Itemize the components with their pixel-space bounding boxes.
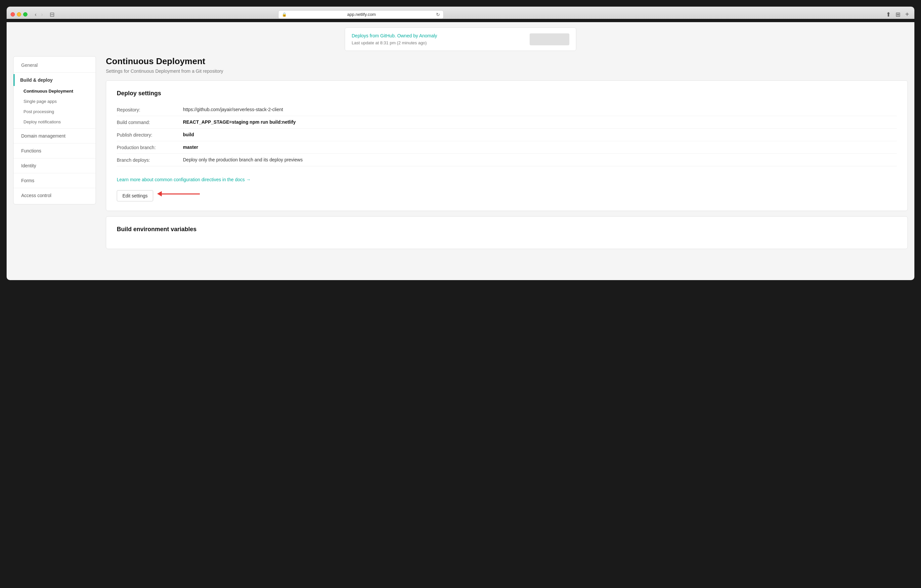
maximize-window-button[interactable] (23, 12, 28, 16)
settings-row-production-branch: Production branch: master (117, 141, 897, 154)
publish-directory-label: Publish directory: (117, 132, 183, 138)
sidebar-subitem-continuous-deployment[interactable]: Continuous Deployment (13, 86, 96, 96)
sidebar-item-domain-management[interactable]: Domain management (13, 130, 96, 142)
settings-row-publish-directory: Publish directory: build (117, 128, 897, 141)
sidebar-item-general[interactable]: General (13, 59, 96, 71)
sidebar-item-identity[interactable]: Identity (13, 160, 96, 172)
page-title: Continuous Deployment (106, 56, 908, 67)
main-layout: General Build & deploy Continuous Deploy… (7, 56, 914, 261)
settings-row-branch-deploys: Branch deploys: Deploy only the producti… (117, 154, 897, 166)
url-display: app.netlify.com (289, 12, 434, 17)
production-branch-label: Production branch: (117, 145, 183, 150)
sidebar-item-functions[interactable]: Functions (13, 145, 96, 157)
sidebar-subitem-deploy-notifications[interactable]: Deploy notifications (13, 117, 96, 127)
forward-button[interactable]: › (39, 11, 45, 18)
top-card-prefix: Deploys from GitHub. Owned by (351, 33, 419, 38)
tab-button[interactable]: ⊟ (48, 10, 57, 19)
toolbar-right: ⬆ ⊞ + (885, 10, 910, 19)
refresh-button[interactable]: ↻ (436, 12, 440, 17)
browser-toolbar: ‹ › ⊟ 🔒 app.netlify.com ↻ ⬆ ⊞ + (11, 10, 910, 19)
sidebar-subitem-post-processing[interactable]: Post processing (13, 107, 96, 117)
repository-label: Repository: (117, 107, 183, 112)
arrow-head-icon (157, 191, 162, 197)
docs-link[interactable]: Learn more about common configuration di… (117, 177, 251, 182)
close-window-button[interactable] (11, 12, 15, 16)
build-command-label: Build command: (117, 119, 183, 125)
build-command-value: REACT_APP_STAGE=staging npm run build:ne… (183, 119, 897, 125)
arrow-visual (157, 191, 200, 197)
back-button[interactable]: ‹ (33, 11, 38, 18)
deploy-settings-card: Deploy settings Repository: https://gith… (106, 80, 908, 211)
arrow-annotation (157, 191, 200, 197)
lock-icon: 🔒 (282, 12, 287, 17)
top-card-update: Last update at 8:31 pm (2 minutes ago) (351, 41, 437, 45)
branch-deploys-label: Branch deploys: (117, 157, 183, 163)
traffic-lights (11, 12, 28, 16)
top-card-info: Deploys from GitHub. Owned by Anomaly La… (351, 33, 437, 45)
settings-row-repository: Repository: https://github.com/jayair/se… (117, 104, 897, 116)
edit-settings-container: Edit settings (117, 186, 897, 201)
arrow-line (162, 193, 200, 195)
deploy-settings-title: Deploy settings (117, 90, 897, 97)
browser-chrome: ‹ › ⊟ 🔒 app.netlify.com ↻ ⬆ ⊞ + (7, 6, 914, 19)
build-env-card: Build environment variables (106, 216, 908, 249)
top-card-owner: Anomaly (419, 33, 437, 38)
nav-buttons: ‹ › (33, 11, 45, 18)
docs-link-container: Learn more about common configuration di… (117, 172, 897, 185)
build-env-title: Build environment variables (117, 226, 897, 233)
address-bar[interactable]: 🔒 app.netlify.com ↻ (278, 10, 444, 19)
sidebar-divider-4 (13, 158, 96, 158)
sidebar: General Build & deploy Continuous Deploy… (13, 56, 96, 205)
sidebar-item-access-control[interactable]: Access control (13, 190, 96, 201)
sidebar-item-forms[interactable]: Forms (13, 175, 96, 187)
sidebar-divider-6 (13, 188, 96, 188)
sidebar-divider-1 (13, 72, 96, 73)
branch-deploys-value: Deploy only the production branch and it… (183, 157, 897, 162)
repository-value: https://github.com/jayair/serverless-sta… (183, 107, 897, 112)
content-area: Continuous Deployment Settings for Conti… (96, 56, 908, 254)
top-card-inner: Deploys from GitHub. Owned by Anomaly La… (351, 33, 570, 45)
edit-settings-button[interactable]: Edit settings (117, 190, 153, 201)
sidebar-item-build-deploy[interactable]: Build & deploy (13, 74, 96, 86)
share-button[interactable]: ⬆ (885, 10, 892, 19)
deploy-button-placeholder (530, 33, 570, 45)
top-card: Deploys from GitHub. Owned by Anomaly La… (345, 28, 576, 51)
browser-content: Deploys from GitHub. Owned by Anomaly La… (7, 22, 914, 280)
sidebar-subitem-single-page-apps[interactable]: Single page apps (13, 96, 96, 107)
sidebar-toggle-button[interactable]: ⊞ (894, 10, 902, 19)
settings-row-build-command: Build command: REACT_APP_STAGE=staging n… (117, 116, 897, 128)
minimize-window-button[interactable] (17, 12, 21, 16)
production-branch-value: master (183, 145, 897, 150)
new-tab-button[interactable]: + (904, 10, 910, 19)
publish-directory-value: build (183, 132, 897, 137)
page-subtitle: Settings for Continuous Deployment from … (106, 68, 908, 74)
top-card-line1: Deploys from GitHub. Owned by Anomaly (351, 33, 437, 38)
sidebar-divider-5 (13, 173, 96, 173)
